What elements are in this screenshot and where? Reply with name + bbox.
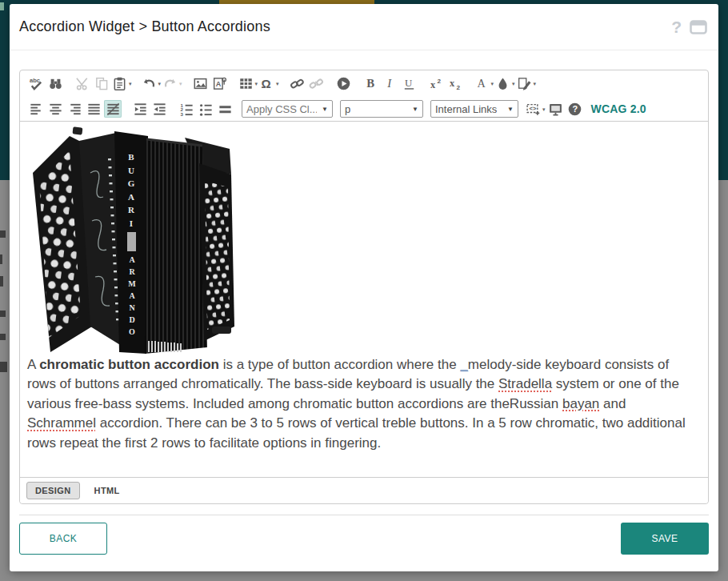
align-left-icon[interactable] bbox=[27, 100, 45, 118]
svg-text:N: N bbox=[129, 303, 135, 312]
obscured-page-text-fragment bbox=[0, 311, 6, 317]
svg-text:R: R bbox=[129, 267, 135, 276]
background-color-icon[interactable]: ▾ bbox=[495, 75, 515, 93]
table-icon[interactable]: ▾ bbox=[238, 75, 258, 93]
document-manager-icon[interactable]: A bbox=[211, 75, 229, 93]
chevron-down-icon: ▼ bbox=[317, 106, 328, 113]
editor-toolbar-row-2: 123 Apply CSS Cl... ▼ p ▼ Internal Links… bbox=[20, 97, 708, 121]
paste-icon[interactable]: ▾ bbox=[112, 75, 132, 93]
preview-icon[interactable] bbox=[547, 100, 565, 118]
unlink-icon[interactable] bbox=[308, 75, 326, 93]
svg-text:B: B bbox=[366, 77, 374, 90]
svg-text:M: M bbox=[128, 279, 136, 288]
unordered-list-icon[interactable] bbox=[197, 100, 214, 118]
italic-icon[interactable]: I bbox=[382, 75, 399, 93]
font-color-icon[interactable]: A▾ bbox=[474, 75, 494, 93]
media-play-icon[interactable] bbox=[335, 75, 353, 93]
insert-module-icon[interactable]: <>▾ bbox=[526, 100, 546, 118]
subscript-icon[interactable]: x2 bbox=[447, 75, 465, 93]
format-painter-icon[interactable]: ▾ bbox=[517, 75, 537, 93]
editor-mode-tabstrip: DESIGN HTML bbox=[20, 477, 708, 503]
edit-widget-modal: Accordion Widget > Button Accordions ? a… bbox=[10, 4, 718, 571]
help-circle-icon[interactable]: ? bbox=[566, 100, 584, 118]
underline-icon[interactable]: U bbox=[401, 75, 418, 93]
back-button[interactable]: BACK bbox=[19, 523, 107, 555]
horizontal-rule-icon[interactable] bbox=[216, 100, 234, 118]
wcag-compliance-label[interactable]: WCAG 2.0 bbox=[591, 102, 646, 115]
redo-icon[interactable]: ▾ bbox=[162, 75, 182, 93]
editor-toolbar-row-1: abc▾▾▾A▾Ω▾BIUx2x2A▾▾▾ bbox=[20, 70, 708, 97]
dropdown-arrow-icon: ▾ bbox=[534, 81, 537, 86]
dropdown-arrow-icon: ▾ bbox=[542, 106, 546, 112]
outdent-icon[interactable] bbox=[150, 100, 168, 118]
svg-text:abc: abc bbox=[29, 77, 39, 84]
remove-alignment-icon[interactable] bbox=[104, 100, 122, 118]
internal-links-value: Internal Links bbox=[435, 103, 497, 115]
paragraph-text: is a type of button accordion where the bbox=[219, 357, 460, 372]
editor-content-area[interactable]: BUGARI ARMANDO A chromatic button accord… bbox=[20, 121, 708, 477]
paragraph-style-value: p bbox=[345, 103, 350, 115]
spellcheck-icon[interactable]: abc bbox=[27, 75, 45, 93]
image-icon[interactable] bbox=[192, 75, 210, 93]
help-icon[interactable]: ? bbox=[671, 18, 682, 37]
tab-html[interactable]: HTML bbox=[93, 483, 122, 499]
obscured-page-text-fragment bbox=[0, 2, 4, 10]
paragraph-style-select[interactable]: p ▼ bbox=[340, 100, 423, 118]
paragraph-text: accordion. There can be 3 to 5 rows of v… bbox=[27, 415, 686, 450]
dropdown-arrow-icon: ▾ bbox=[129, 81, 132, 86]
indent-icon[interactable] bbox=[131, 100, 149, 118]
dropdown-arrow-icon: ▾ bbox=[276, 81, 279, 86]
chevron-down-icon: ▼ bbox=[502, 106, 514, 113]
svg-text:R: R bbox=[128, 205, 135, 214]
page-title: Accordion Widget > Button Accordions bbox=[19, 18, 671, 35]
align-center-icon[interactable] bbox=[46, 100, 64, 118]
svg-text:I: I bbox=[386, 77, 392, 90]
svg-text:A: A bbox=[128, 192, 134, 202]
svg-text:3: 3 bbox=[180, 111, 183, 117]
paragraph-text: and bbox=[599, 396, 626, 411]
svg-text:A: A bbox=[216, 80, 222, 88]
apply-css-class-value: Apply CSS Cl... bbox=[246, 103, 317, 115]
save-button[interactable]: SAVE bbox=[621, 523, 709, 555]
bold-icon[interactable]: B bbox=[362, 75, 380, 93]
modal-footer: BACK SAVE bbox=[10, 515, 718, 555]
justify-icon[interactable] bbox=[85, 100, 102, 118]
svg-text:Ω: Ω bbox=[262, 77, 271, 90]
copy-icon[interactable] bbox=[93, 75, 110, 93]
svg-text:?: ? bbox=[573, 104, 578, 114]
alignment-list-group: 123 bbox=[26, 100, 234, 118]
paragraph-text: A bbox=[27, 357, 39, 372]
obscured-page-text-fragment bbox=[0, 334, 6, 340]
svg-text:I: I bbox=[130, 218, 133, 228]
paragraph-text: chromatic button accordion bbox=[39, 357, 219, 372]
editor-paragraph[interactable]: A chromatic button accordion is a type o… bbox=[20, 355, 703, 453]
obscured-page-text-fragment bbox=[0, 254, 2, 264]
tab-design[interactable]: DESIGN bbox=[26, 482, 80, 499]
svg-text:A: A bbox=[129, 255, 135, 264]
ordered-list-icon[interactable]: 123 bbox=[178, 100, 195, 118]
svg-text:G: G bbox=[128, 178, 135, 188]
obscured-page-text-fragment bbox=[0, 230, 6, 238]
cut-icon[interactable] bbox=[74, 75, 91, 93]
svg-text:O: O bbox=[129, 327, 135, 336]
svg-text:D: D bbox=[129, 315, 134, 324]
special-character-icon[interactable]: Ω▾ bbox=[259, 75, 279, 93]
superscript-icon[interactable]: x2 bbox=[428, 75, 446, 93]
internal-links-select[interactable]: Internal Links ▼ bbox=[430, 100, 518, 118]
link-icon[interactable] bbox=[289, 75, 306, 93]
undo-icon[interactable]: ▾ bbox=[142, 75, 162, 93]
accordion-photo[interactable]: BUGARI ARMANDO bbox=[28, 125, 236, 355]
svg-text:U: U bbox=[128, 166, 134, 175]
apply-css-class-select[interactable]: Apply CSS Cl... ▼ bbox=[242, 100, 333, 118]
editor-toolbar-right-icons: <>▾? bbox=[525, 100, 585, 118]
svg-text:2: 2 bbox=[438, 78, 442, 85]
rich-text-editor: abc▾▾▾A▾Ω▾BIUx2x2A▾▾▾ 123 Apply CSS Cl..… bbox=[19, 70, 709, 504]
svg-text:<>: <> bbox=[530, 105, 537, 112]
align-right-icon[interactable] bbox=[66, 100, 83, 118]
find-icon[interactable] bbox=[46, 75, 64, 93]
svg-text:2: 2 bbox=[457, 84, 461, 91]
svg-text:U: U bbox=[405, 78, 412, 89]
paragraph-text: _ bbox=[460, 357, 467, 372]
misspelled-word: bayan bbox=[562, 396, 599, 411]
window-icon[interactable] bbox=[690, 20, 707, 34]
